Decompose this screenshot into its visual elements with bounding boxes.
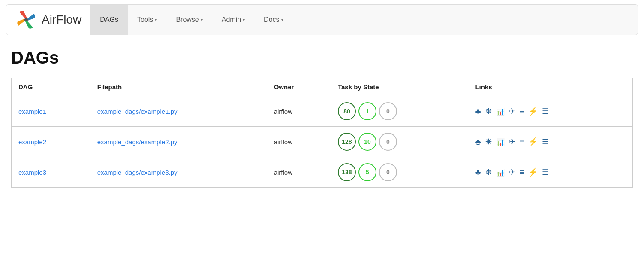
nav-item-docs: Docs ▾ [254,5,292,35]
tree-icon[interactable]: ♣ [475,167,481,177]
task-state-cell: 8010 [331,96,468,127]
gantt-icon[interactable]: ✈ [509,137,515,146]
table-header-row: DAG Filepath Owner Task by State Links [12,78,633,96]
task-states: 8010 [338,102,461,120]
dag-link[interactable]: example3 [18,169,46,176]
code-icon[interactable]: ≡ [520,137,524,146]
task-states: 13850 [338,163,461,181]
filepath-link[interactable]: example_dags/example2.py [97,138,178,146]
state-circle-running[interactable]: 5 [358,163,376,181]
tree-icon[interactable]: ♣ [475,137,481,147]
state-circle-success[interactable]: 128 [338,133,356,151]
dags-table: DAG Filepath Owner Task by State Links e… [11,78,633,188]
code-icon[interactable]: ≡ [520,107,524,116]
nav-item-dags: DAGs [90,5,128,35]
col-dag: DAG [12,78,90,96]
admin-caret-icon: ▾ [243,18,245,22]
action-links: ♣❋📊✈≡⚡☰ [475,137,626,147]
filepath-cell: example_dags/example2.py [90,127,267,157]
dag-link[interactable]: example1 [18,108,46,115]
gantt-icon[interactable]: ✈ [509,107,515,116]
nav-link-dags[interactable]: DAGs [90,5,128,35]
dag-cell: example2 [12,127,90,157]
nav-item-tools: Tools ▾ [128,5,166,35]
nav-item-browse: Browse ▾ [166,5,212,35]
barchart-icon[interactable]: 📊 [496,168,505,177]
owner-text: airflow [274,108,292,115]
log-icon[interactable]: ☰ [542,137,549,146]
filepath-link[interactable]: example_dags/example3.py [97,169,178,176]
links-cell: ♣❋📊✈≡⚡☰ [468,96,633,127]
filepath-link[interactable]: example_dags/example1.py [97,108,178,115]
trigger-icon[interactable]: ⚡ [528,167,538,177]
action-links: ♣❋📊✈≡⚡☰ [475,167,626,177]
log-icon[interactable]: ☰ [542,167,549,177]
dag-link[interactable]: example2 [18,138,46,146]
task-state-cell: 13850 [331,157,468,188]
action-links: ♣❋📊✈≡⚡☰ [475,107,626,116]
table-row: example2example_dags/example2.pyairflow1… [12,127,633,157]
col-filepath: Filepath [90,78,267,96]
task-states: 128100 [338,133,461,151]
state-circle-running[interactable]: 1 [358,102,376,120]
browse-caret-icon: ▾ [201,18,203,22]
navbar: AirFlow DAGs Tools ▾ Browse ▾ Admin ▾ [6,4,638,35]
owner-text: airflow [274,138,292,146]
state-circle-none[interactable]: 0 [379,133,397,151]
nav-link-browse[interactable]: Browse ▾ [166,5,212,35]
dag-cell: example1 [12,96,90,127]
nav-link-docs[interactable]: Docs ▾ [254,5,292,35]
col-task-state: Task by State [331,78,468,96]
brand-link[interactable]: AirFlow [6,5,90,35]
graph-icon[interactable]: ❋ [485,137,492,146]
tree-icon[interactable]: ♣ [475,107,481,116]
links-cell: ♣❋📊✈≡⚡☰ [468,157,633,188]
trigger-icon[interactable]: ⚡ [528,137,538,146]
gantt-icon[interactable]: ✈ [509,167,515,177]
filepath-cell: example_dags/example3.py [90,157,267,188]
barchart-icon[interactable]: 📊 [496,138,505,146]
svg-point-0 [24,18,28,21]
table-row: example3example_dags/example3.pyairflow1… [12,157,633,188]
nav-item-admin: Admin ▾ [212,5,254,35]
nav-items: DAGs Tools ▾ Browse ▾ Admin ▾ Docs ▾ [90,5,292,35]
barchart-icon[interactable]: 📊 [496,107,505,116]
state-circle-success[interactable]: 80 [338,102,356,120]
nav-link-admin[interactable]: Admin ▾ [212,5,254,35]
trigger-icon[interactable]: ⚡ [528,107,538,116]
page-content: DAGs DAG Filepath Owner Task by State Li… [0,40,644,196]
owner-text: airflow [274,169,292,176]
filepath-cell: example_dags/example1.py [90,96,267,127]
brand-logo-icon [15,9,37,31]
col-owner: Owner [267,78,331,96]
brand-name: AirFlow [42,13,81,27]
links-cell: ♣❋📊✈≡⚡☰ [468,127,633,157]
state-circle-none[interactable]: 0 [379,102,397,120]
table-row: example1example_dags/example1.pyairflow8… [12,96,633,127]
tools-caret-icon: ▾ [155,18,157,22]
log-icon[interactable]: ☰ [542,107,549,116]
dag-cell: example3 [12,157,90,188]
code-icon[interactable]: ≡ [520,168,524,177]
owner-cell: airflow [267,157,331,188]
docs-caret-icon: ▾ [281,18,283,22]
graph-icon[interactable]: ❋ [485,107,492,116]
task-state-cell: 128100 [331,127,468,157]
state-circle-none[interactable]: 0 [379,163,397,181]
col-links: Links [468,78,633,96]
state-circle-success[interactable]: 138 [338,163,356,181]
graph-icon[interactable]: ❋ [485,167,492,177]
nav-link-tools[interactable]: Tools ▾ [128,5,166,35]
owner-cell: airflow [267,96,331,127]
owner-cell: airflow [267,127,331,157]
page-title: DAGs [11,48,633,67]
state-circle-running[interactable]: 10 [358,133,376,151]
